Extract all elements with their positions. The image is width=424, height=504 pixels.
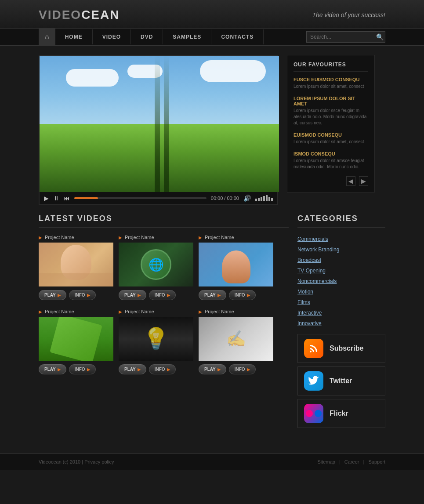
categories-section: CATEGORIES Commercials Network Branding … (297, 214, 385, 431)
card-5-play-label: PLAY (124, 367, 136, 372)
nav-item-video[interactable]: VIDEO (93, 29, 131, 44)
pause-button[interactable]: ⏸ (53, 195, 59, 202)
card-4-arrow-icon: ▶ (39, 309, 42, 314)
card-1-play-arrow: ▶ (58, 293, 61, 297)
video-thumb-5[interactable]: 💡 (119, 317, 193, 361)
play-button[interactable]: ▶ (44, 195, 49, 202)
video-card-2-title: ▶ Project Name (119, 235, 193, 240)
category-link-5[interactable]: Noncommercials (297, 278, 337, 284)
video-card-5-actions: PLAY ▶ INFO ▶ (119, 364, 193, 374)
nav-home-icon[interactable]: ⌂ (39, 29, 55, 45)
video-thumb-1[interactable] (39, 243, 113, 286)
category-item-3: Broadcast (297, 256, 385, 264)
card-6-arrow-icon: ▶ (199, 309, 202, 314)
video-card-5: ▶ Project Name 💡 PLAY (119, 309, 193, 374)
card-5-info-label: INFO (155, 367, 165, 372)
mute-button[interactable]: 🔊 (243, 195, 251, 202)
progress-bar[interactable] (74, 197, 207, 199)
category-item-5: Noncommercials (297, 277, 385, 285)
card-2-play-label: PLAY (124, 293, 136, 297)
progress-fill (74, 197, 98, 199)
fav-item-1-title[interactable]: FUSCE EUISMOD CONSEQU (294, 77, 368, 82)
category-item-2: Network Branding (297, 245, 385, 253)
video-card-4-title: ▶ Project Name (39, 309, 113, 314)
stop-button[interactable]: ⏮ (64, 195, 70, 202)
card-2-info-button[interactable]: INFO ▶ (149, 290, 176, 300)
card-6-play-arrow: ▶ (217, 367, 221, 372)
content-area: LATEST VIDEOS ▶ Project Name (39, 214, 385, 431)
card-1-info-button[interactable]: INFO ▶ (69, 290, 96, 300)
career-link[interactable]: Career (344, 459, 359, 464)
fav-item-3: EUISMOD CONSEQU Lorem ipsum dolor sit am… (294, 132, 368, 145)
category-link-8[interactable]: Interactive (297, 310, 322, 316)
card-6-label: Project Name (205, 309, 234, 314)
card-5-info-button[interactable]: INFO ▶ (149, 364, 176, 374)
category-link-7[interactable]: Films (297, 299, 310, 305)
card-4-play-button[interactable]: PLAY ▶ (39, 364, 66, 374)
video-card-3-title: ▶ Project Name (199, 235, 273, 240)
card-4-label: Project Name (45, 309, 74, 314)
search-input[interactable] (310, 34, 376, 40)
video-thumb-3[interactable] (199, 243, 273, 286)
video-thumb-2[interactable]: 🌐 (119, 243, 193, 286)
category-link-2[interactable]: Network Branding (297, 247, 339, 253)
category-link-3[interactable]: Broadcast (297, 257, 321, 263)
card-6-info-label: INFO (235, 367, 245, 372)
nav-item-home[interactable]: HOME (55, 29, 93, 44)
fav-prev-button[interactable]: ◀ (346, 176, 355, 186)
video-card-1-title: ▶ Project Name (39, 235, 113, 240)
footer-sep-2: | (363, 459, 365, 464)
flickr-icon (304, 404, 323, 423)
card-3-play-label: PLAY (204, 293, 216, 297)
video-card-1-actions: PLAY ▶ INFO ▶ (39, 290, 113, 300)
video-screen[interactable] (40, 56, 279, 192)
vol-bar-2 (258, 198, 260, 201)
vol-bar-7 (271, 198, 273, 201)
logo-ocean: CEAN (81, 8, 120, 22)
card-5-label: Project Name (125, 309, 154, 314)
card-3-info-arrow: ▶ (247, 293, 250, 297)
fav-item-3-title[interactable]: EUISMOD CONSEQU (294, 132, 368, 138)
main-content: ▶ ⏸ ⏮ 00:00 / 00:00 🔊 (0, 46, 424, 440)
card-1-arrow-icon: ▶ (39, 235, 42, 240)
category-link-6[interactable]: Motion (297, 289, 313, 295)
video-card-3: ▶ Project Name PLAY (199, 235, 273, 300)
support-link[interactable]: Support (368, 459, 385, 464)
card-3-play-button[interactable]: PLAY ▶ (199, 290, 226, 300)
card-1-play-button[interactable]: PLAY ▶ (39, 290, 66, 300)
nav-item-dvd[interactable]: DVD (131, 29, 163, 44)
category-item-9: Innovative (297, 319, 385, 327)
category-link-4[interactable]: TV Opening (297, 268, 326, 274)
card-4-info-button[interactable]: INFO ▶ (69, 364, 96, 374)
nav-item-contacts[interactable]: CONTACTS (211, 29, 264, 44)
fav-next-button[interactable]: ▶ (359, 176, 368, 186)
subscribe-button[interactable]: Subscribe (297, 334, 385, 363)
logo-video: VIDEO (39, 8, 81, 22)
nav-item-samples[interactable]: SAMPLES (163, 29, 211, 44)
card-6-play-button[interactable]: PLAY ▶ (199, 364, 226, 374)
search-icon[interactable]: 🔍 (376, 33, 384, 40)
road-line-1 (155, 56, 160, 192)
card-3-info-button[interactable]: INFO ▶ (229, 290, 256, 300)
category-link-9[interactable]: Innovative (297, 320, 322, 326)
card-1-info-arrow: ▶ (87, 293, 90, 297)
video-card-2: ▶ Project Name 🌐 (119, 235, 193, 300)
card-2-play-button[interactable]: PLAY ▶ (119, 290, 146, 300)
sitemap-link[interactable]: Sitemap (318, 459, 335, 464)
fav-item-1: FUSCE EUISMOD CONSEQU Lorem ipsum dolor … (294, 77, 368, 90)
twitter-button[interactable]: Twitter (297, 366, 385, 395)
video-thumb-4[interactable] (39, 317, 113, 361)
card-6-info-button[interactable]: INFO ▶ (229, 364, 256, 374)
video-thumb-6[interactable]: ✍ (199, 317, 273, 361)
flickr-label: Flickr (330, 410, 348, 417)
video-player: ▶ ⏸ ⏮ 00:00 / 00:00 🔊 (39, 55, 278, 205)
video-grid-row-1: ▶ Project Name (39, 235, 289, 300)
category-link-1[interactable]: Commercials (297, 236, 328, 242)
card-3-arrow-icon: ▶ (199, 235, 202, 240)
fav-item-2-title[interactable]: LOREM IPSUM DOLOR SIT AMET (294, 96, 368, 106)
fav-item-4-title[interactable]: ISMOD CONSEQU (294, 151, 368, 156)
video-card-4-actions: PLAY ▶ INFO ▶ (39, 364, 113, 374)
card-5-play-button[interactable]: PLAY ▶ (119, 364, 146, 374)
flickr-button[interactable]: Flickr (297, 399, 385, 428)
twitter-label: Twitter (330, 377, 352, 385)
